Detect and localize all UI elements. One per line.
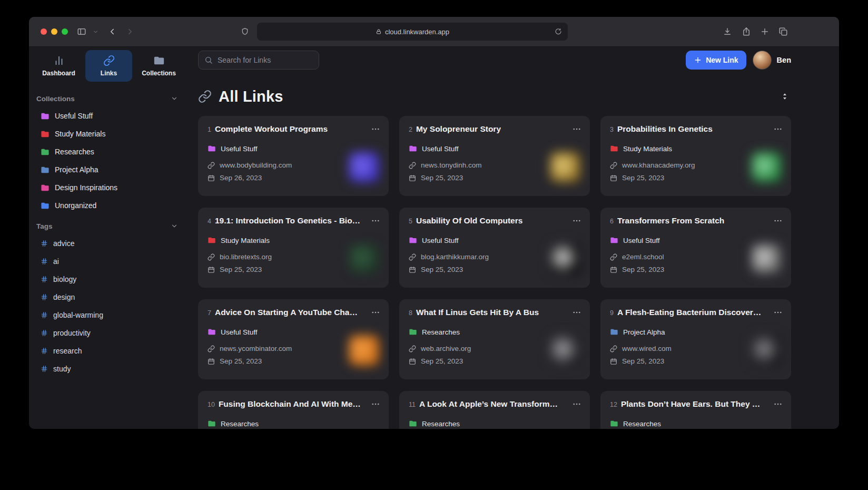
card-number: 9 [610, 309, 614, 317]
link-card[interactable]: 8What If Linus Gets Hit By A Bus Researc… [399, 299, 590, 379]
link-card[interactable]: 419.1: Introduction To Genetics - Bio… S… [198, 208, 389, 288]
card-title: What If Linus Gets Hit By A Bus [416, 308, 539, 317]
link-icon [103, 55, 115, 66]
card-menu-button[interactable] [772, 306, 784, 319]
sidebar-tag-biology[interactable]: biology [35, 270, 182, 288]
card-title: 19.1: Introduction To Genetics - Bio… [215, 216, 360, 226]
more-icon [572, 399, 581, 409]
sidebar-collection-project-alpha[interactable]: Project Alpha [35, 161, 182, 179]
card-menu-button[interactable] [570, 306, 583, 319]
more-icon [572, 124, 581, 134]
sidebar-tag-advice[interactable]: advice [35, 234, 182, 252]
card-menu-button[interactable] [570, 214, 583, 227]
more-icon [572, 216, 581, 226]
link-card[interactable]: 10Fusing Blockchain And AI With Me… Rese… [198, 391, 389, 429]
link-icon [610, 162, 617, 169]
folder-icon [41, 112, 50, 121]
collection-label: Unorganized [55, 201, 96, 210]
sidebar-tag-study[interactable]: study [35, 360, 182, 378]
collections-section-header[interactable]: Collections [35, 90, 182, 107]
sidebar-toggle-button[interactable] [74, 24, 89, 39]
card-menu-button[interactable] [772, 123, 784, 135]
reload-button[interactable] [553, 26, 564, 37]
favicon-preview [550, 335, 580, 366]
link-icon [208, 345, 215, 352]
sidebar-collection-study-materials[interactable]: Study Materials [35, 125, 182, 143]
link-card[interactable]: 7Advice On Starting A YouTube Cha… Usefu… [198, 299, 389, 379]
profile-menu[interactable]: Ben [753, 51, 791, 70]
card-menu-button[interactable] [369, 398, 382, 410]
sidebar-tag-ai[interactable]: ai [35, 252, 182, 270]
collection-label: Design Inspirations [55, 183, 117, 192]
link-card[interactable]: 2My Solopreneur Story Useful Stuff news.… [399, 116, 590, 196]
card-menu-button[interactable] [772, 398, 784, 410]
card-menu-button[interactable] [570, 123, 583, 135]
card-menu-button[interactable] [570, 398, 583, 410]
sidebar-tag-productivity[interactable]: productivity [35, 324, 182, 342]
search-input[interactable] [218, 56, 313, 64]
link-card[interactable]: 5Usability Of Old Computers Useful Stuff… [399, 208, 590, 288]
sidebar-tag-design[interactable]: design [35, 288, 182, 306]
more-icon [371, 399, 380, 409]
sidebar-collection-unorganized[interactable]: Unorganized [35, 197, 182, 214]
link-card[interactable]: 11A Look At Apple’s New Transform… Resea… [399, 391, 590, 429]
card-menu-button[interactable] [369, 306, 382, 319]
back-button[interactable] [105, 24, 120, 39]
nav-collections[interactable]: Collections [135, 50, 182, 82]
nav-links[interactable]: Links [85, 50, 132, 82]
tag-label: productivity [53, 329, 91, 337]
favicon-preview [751, 243, 782, 274]
card-title: A Flesh-Eating Bacterium Discover… [617, 308, 761, 317]
new-link-button[interactable]: New Link [686, 51, 746, 70]
sidebar-menu-chevron-icon[interactable] [90, 24, 101, 39]
sidebar-tag-research[interactable]: research [35, 342, 182, 360]
topbar-right-group: New Link Ben [686, 51, 791, 70]
card-title: My Solopreneur Story [416, 124, 501, 134]
link-card[interactable]: 12Plants Don’t Have Ears. But They … Res… [600, 391, 791, 429]
folder-icon [208, 236, 216, 244]
folder-icon [409, 144, 417, 153]
privacy-shield-icon[interactable] [238, 24, 252, 39]
tag-label: advice [53, 239, 74, 248]
nav-dashboard[interactable]: Dashboard [35, 50, 82, 82]
hash-icon [41, 329, 48, 337]
folder-icon [208, 419, 216, 428]
folder-icon [41, 130, 50, 139]
forward-button[interactable] [123, 24, 137, 39]
browser-toolbar: cloud.linkwarden.app [29, 17, 839, 47]
close-window-button[interactable] [41, 28, 47, 35]
tag-label: research [53, 347, 82, 355]
url-bar[interactable]: cloud.linkwarden.app [257, 23, 568, 41]
link-card[interactable]: 9A Flesh-Eating Bacterium Discover… Proj… [600, 299, 791, 379]
hash-icon [41, 293, 48, 301]
browser-window: cloud.linkwarden.app Dashboard Links [29, 17, 839, 429]
tags-section-header[interactable]: Tags [35, 218, 182, 234]
card-menu-button[interactable] [369, 123, 382, 135]
link-card[interactable]: 6Transformers From Scratch Useful Stuff … [600, 208, 791, 288]
sidebar-collection-researches[interactable]: Researches [35, 143, 182, 161]
card-collection: Useful Stuff [623, 237, 660, 244]
link-card[interactable]: 1Complete Workout Programs Useful Stuff … [198, 116, 389, 196]
nav-label: Dashboard [42, 70, 75, 77]
sidebar-tag-global-warming[interactable]: global-warming [35, 306, 182, 324]
section-title: Tags [36, 222, 53, 230]
sidebar-collection-design-inspirations[interactable]: Design Inspirations [35, 179, 182, 197]
more-icon [773, 216, 783, 226]
sidebar-collection-useful-stuff[interactable]: Useful Stuff [35, 107, 182, 125]
search-box[interactable] [198, 51, 319, 70]
tab-overview-button[interactable] [776, 24, 791, 39]
collection-label: Useful Stuff [55, 112, 93, 120]
more-icon [773, 308, 783, 317]
card-collection: Researches [422, 328, 460, 336]
card-title: Plants Don’t Have Ears. But They … [621, 399, 760, 409]
share-button[interactable] [739, 24, 754, 39]
minimize-window-button[interactable] [51, 28, 57, 35]
zoom-window-button[interactable] [62, 28, 68, 35]
new-tab-button[interactable] [757, 24, 772, 39]
content-topbar: New Link Ben [198, 51, 791, 70]
link-card[interactable]: 3Probabilities In Genetics Study Materia… [600, 116, 791, 196]
downloads-button[interactable] [720, 24, 735, 39]
sort-button[interactable] [778, 90, 791, 103]
card-menu-button[interactable] [369, 214, 382, 227]
card-menu-button[interactable] [772, 214, 784, 227]
